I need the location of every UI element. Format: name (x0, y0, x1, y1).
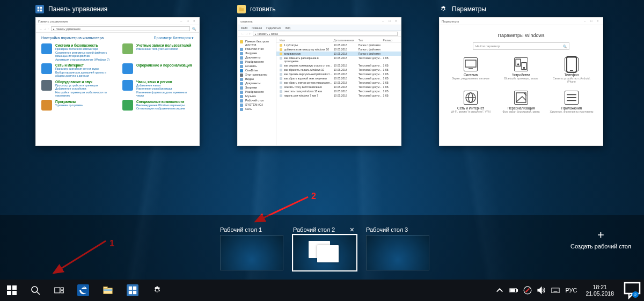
clock-date: 21.05.2018 (586, 290, 614, 297)
svg-rect-33 (104, 288, 112, 294)
svg-rect-0 (38, 7, 40, 9)
virtual-desktop-strip: Рабочий стол 1 Рабочий стол 2 × Рабочий … (0, 215, 644, 280)
edge-app[interactable] (71, 280, 96, 301)
svg-marker-45 (538, 287, 541, 293)
svg-rect-27 (12, 291, 17, 295)
app-title-label: Параметры (452, 5, 486, 13)
virtual-desktop-2[interactable]: Рабочий стол 2 × (293, 224, 356, 270)
annotation-2: 2 (311, 192, 316, 201)
svg-point-28 (32, 287, 38, 292)
battery-icon[interactable] (509, 286, 518, 295)
control-panel-app[interactable] (120, 280, 145, 301)
svg-rect-12 (567, 56, 576, 72)
action-center-button[interactable]: 2 (623, 280, 642, 301)
svg-rect-32 (61, 291, 63, 293)
svg-rect-26 (7, 291, 11, 295)
keyboard-icon[interactable] (551, 286, 560, 295)
svg-rect-24 (7, 285, 11, 290)
app-title-label: Панель управления (48, 5, 107, 13)
clock-time: 18:21 (586, 284, 614, 290)
svg-rect-4 (239, 8, 244, 11)
svg-rect-34 (104, 287, 107, 288)
gear-icon (439, 5, 448, 13)
app-title-explorer[interactable]: готовить (237, 3, 401, 15)
settings-app[interactable] (145, 280, 170, 301)
svg-rect-31 (61, 288, 63, 290)
plus-icon: + (570, 229, 631, 241)
svg-rect-39 (133, 291, 136, 294)
svg-rect-35 (104, 289, 112, 290)
svg-rect-38 (129, 291, 132, 294)
new-desktop-button[interactable]: + Создать рабочий стол (570, 229, 631, 249)
vd-thumb[interactable] (366, 235, 429, 270)
vd-thumb[interactable] (220, 235, 283, 270)
vd-label: Рабочий стол 2 (293, 226, 335, 233)
svg-rect-30 (55, 288, 60, 293)
svg-rect-42 (511, 289, 515, 291)
vd-thumb[interactable] (293, 235, 356, 270)
svg-line-44 (526, 289, 530, 292)
svg-rect-5 (239, 7, 241, 8)
volume-icon[interactable] (537, 286, 546, 295)
svg-rect-46 (552, 288, 559, 293)
svg-rect-37 (133, 287, 136, 290)
virtual-desktop-3[interactable]: Рабочий стол 3 (366, 224, 429, 270)
svg-point-10 (517, 64, 518, 65)
svg-line-29 (37, 292, 40, 295)
task-view-button[interactable] (47, 280, 71, 301)
vd-label: Рабочий стол 1 (220, 226, 262, 233)
svg-rect-36 (129, 287, 132, 290)
thumb-settings[interactable]: Параметры–□× Параметры Windows Найти пар… (439, 17, 603, 146)
app-title-control-panel[interactable]: Панель управления (35, 3, 200, 15)
folder-icon (237, 5, 246, 13)
new-desktop-label: Создать рабочий стол (570, 243, 631, 249)
tray-chevron-icon[interactable] (495, 286, 504, 295)
virtual-desktop-1[interactable]: Рабочий стол 1 (220, 224, 283, 270)
close-icon[interactable]: × (350, 226, 354, 233)
app-title-label: готовить (250, 5, 275, 13)
thumb-control-panel[interactable]: Панель управления–□× ← → ↑▸ Панель управ… (35, 17, 200, 146)
taskbar: РУС 18:21 21.05.2018 2 (0, 280, 644, 301)
svg-rect-2 (38, 10, 40, 12)
search-button[interactable] (24, 280, 47, 301)
start-button[interactable] (0, 280, 24, 301)
explorer-app[interactable] (96, 280, 120, 301)
notification-badge: 2 (632, 291, 639, 298)
language-indicator[interactable]: РУС (565, 287, 577, 293)
cursor-icon: ➚ (325, 252, 333, 262)
svg-point-11 (523, 67, 524, 68)
svg-rect-3 (40, 10, 42, 12)
control-panel-icon (35, 5, 44, 13)
thumb-explorer[interactable]: готовить–□× ФайлГлавнаяПоделитьсяВид ← →… (237, 17, 401, 146)
app-title-settings[interactable]: Параметры (439, 3, 603, 15)
network-icon[interactable] (523, 286, 532, 295)
svg-rect-6 (465, 60, 476, 67)
svg-rect-41 (517, 289, 518, 291)
svg-rect-1 (40, 7, 42, 9)
svg-rect-25 (12, 285, 17, 290)
vd-label: Рабочий стол 3 (366, 226, 408, 233)
clock[interactable]: 18:21 21.05.2018 (582, 284, 617, 297)
